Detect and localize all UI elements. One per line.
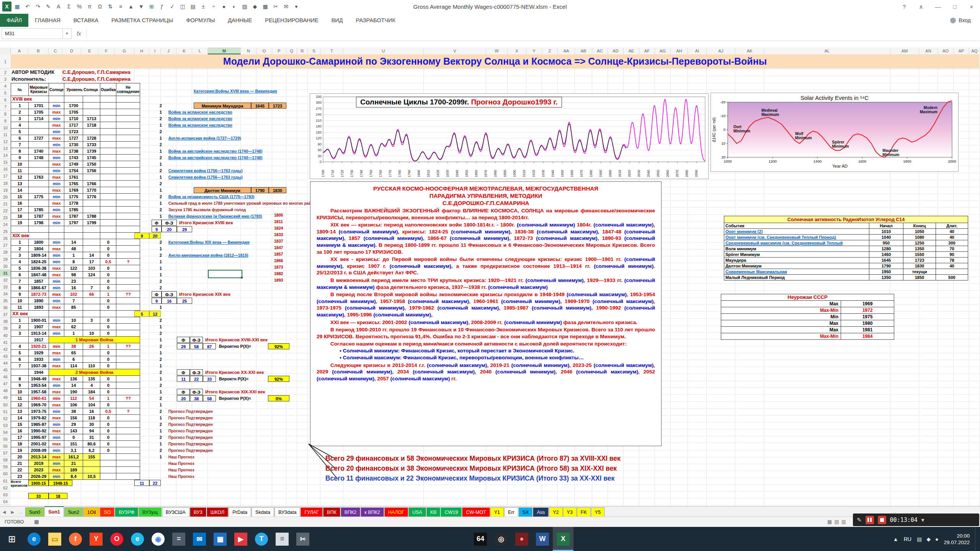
sheet-tab-ВУЗРФ[interactable]: ВУЗРФ bbox=[115, 507, 138, 517]
cell-error[interactable]: 0 bbox=[100, 272, 116, 278]
cell[interactable] bbox=[140, 142, 155, 148]
cell-n[interactable]: 9 bbox=[11, 291, 29, 298]
cell[interactable] bbox=[49, 311, 64, 317]
cell-level2[interactable] bbox=[83, 207, 100, 213]
cell-year[interactable]: 1985-87 bbox=[29, 421, 49, 428]
cell[interactable] bbox=[140, 155, 155, 161]
cell-level2[interactable]: 26 bbox=[83, 343, 100, 350]
header-mismatch[interactable]: Не совпадение bbox=[116, 83, 140, 96]
cell-flag[interactable]: 2 bbox=[155, 447, 167, 454]
row-header-34[interactable]: 34 bbox=[0, 290, 11, 297]
row-header-52[interactable]: 52 bbox=[0, 415, 11, 422]
ribbon-tab-ВИД[interactable]: ВИД bbox=[325, 14, 350, 27]
cell-flag[interactable]: 1 bbox=[155, 402, 167, 408]
ribbon-tab-ВСТАВКА[interactable]: ВСТАВКА bbox=[67, 14, 105, 27]
cell-sun[interactable]: max bbox=[49, 187, 64, 194]
cell-level2[interactable] bbox=[83, 200, 100, 207]
header-n[interactable]: № bbox=[11, 83, 29, 96]
cell-level2[interactable] bbox=[83, 129, 100, 135]
taskbar-icon-edge[interactable]: e bbox=[24, 527, 44, 551]
cell-sun[interactable]: max bbox=[49, 376, 64, 382]
cell[interactable] bbox=[155, 96, 167, 103]
cell-sun[interactable]: min bbox=[49, 259, 64, 265]
cell[interactable] bbox=[49, 96, 64, 103]
cell-level2[interactable]: 1745 bbox=[83, 155, 100, 161]
cell-level2[interactable]: 16 bbox=[83, 408, 100, 415]
cell-note[interactable] bbox=[167, 304, 321, 311]
cell-mismatch[interactable] bbox=[116, 363, 140, 369]
cell-n[interactable]: 3 bbox=[11, 116, 29, 122]
row-header-59[interactable]: 59 bbox=[0, 463, 11, 470]
cell-error[interactable]: 0 bbox=[100, 382, 116, 389]
cell-error[interactable]: 0 bbox=[100, 239, 116, 246]
sheet-tab-PrData[interactable]: PrData bbox=[229, 507, 251, 517]
cell-level1[interactable]: 1797 bbox=[64, 220, 83, 226]
cell-sun[interactable]: max bbox=[49, 272, 64, 278]
cell-year[interactable]: 1800 bbox=[29, 239, 49, 246]
row-header-51[interactable]: 51 bbox=[0, 408, 11, 415]
cell-level2[interactable]: 1728 bbox=[83, 135, 100, 142]
cell-sun[interactable]: max bbox=[49, 415, 64, 421]
cell-mismatch[interactable] bbox=[116, 460, 140, 467]
cell-note[interactable] bbox=[167, 161, 321, 168]
war-label[interactable]: 1 Мировая Война bbox=[49, 337, 140, 343]
cell-level1[interactable]: 1778 bbox=[64, 200, 83, 207]
cell-n[interactable]: 21 bbox=[11, 460, 29, 467]
cell-sun[interactable]: max bbox=[49, 363, 64, 369]
column-header-G[interactable]: G bbox=[114, 47, 134, 54]
cell-error[interactable]: 1 bbox=[100, 343, 116, 350]
row-header-22[interactable]: 22 bbox=[0, 207, 11, 214]
cell-note[interactable]: Семилетняя война (1756—1763 годы) bbox=[167, 168, 321, 174]
cell-flag[interactable]: 2 bbox=[155, 343, 167, 350]
cell-n[interactable]: 11 bbox=[11, 168, 29, 174]
cell-level2[interactable]: 4 bbox=[83, 382, 100, 389]
cell-mismatch[interactable] bbox=[116, 135, 140, 142]
cell-n[interactable]: 9 bbox=[11, 155, 29, 161]
cell-year[interactable]: 1824-25 bbox=[29, 259, 49, 265]
cell-mismatch[interactable] bbox=[116, 272, 140, 278]
cell-sun[interactable]: max bbox=[49, 135, 64, 142]
cell-mismatch[interactable] bbox=[116, 116, 140, 122]
tray-up-arrow-icon[interactable]: ▲ bbox=[893, 536, 898, 542]
cell-flag[interactable]: 2 bbox=[155, 155, 167, 161]
cell-mismatch[interactable] bbox=[116, 428, 140, 434]
cell-level1[interactable]: 65 bbox=[64, 350, 83, 356]
row-header-1[interactable]: 1 bbox=[0, 54, 11, 69]
row-header-28[interactable]: 28 bbox=[0, 249, 11, 256]
formula-input[interactable] bbox=[86, 29, 977, 39]
cell-year[interactable]: 1787 bbox=[29, 213, 49, 220]
cell-note[interactable]: Наш Прогноз bbox=[167, 454, 321, 460]
cell-note[interactable]: Война за австрийское наследство (1740—17… bbox=[167, 155, 321, 161]
sheet-tab-Skdata[interactable]: Skdata bbox=[252, 507, 274, 517]
cell-sun[interactable]: min bbox=[49, 395, 64, 402]
cell[interactable] bbox=[140, 324, 155, 330]
cell-error[interactable] bbox=[100, 194, 116, 200]
cell-flag[interactable]: 2 bbox=[155, 142, 167, 148]
row-header-27[interactable]: 27 bbox=[0, 242, 11, 249]
cell-n[interactable]: 8 bbox=[11, 148, 29, 155]
cell-year[interactable]: 1847-48 bbox=[29, 272, 49, 278]
cell-n[interactable]: 20 bbox=[11, 454, 29, 460]
cell[interactable] bbox=[140, 187, 155, 194]
cell-sun[interactable]: min bbox=[49, 220, 64, 226]
cell-mismatch[interactable]: ?? bbox=[116, 343, 140, 350]
column-header-V[interactable]: V bbox=[424, 47, 486, 54]
cell-year[interactable]: 1969-70 bbox=[29, 402, 49, 408]
cell-level1[interactable]: 1730 bbox=[64, 142, 83, 148]
sheet-tab-Y3[interactable]: Y3 bbox=[563, 507, 577, 517]
cell-flag[interactable]: 1 bbox=[155, 337, 167, 343]
ribbon-tab-РАЗРАБОТЧИК[interactable]: РАЗРАБОТЧИК bbox=[350, 14, 402, 27]
cell-level1[interactable]: 38 bbox=[64, 408, 83, 415]
cell[interactable] bbox=[83, 226, 100, 233]
cell[interactable] bbox=[140, 239, 155, 246]
cell-level2[interactable]: 3 bbox=[83, 317, 100, 324]
cell-flag[interactable]: 1 bbox=[155, 109, 167, 116]
cell-note[interactable]: Великая французская (и Парижский мир (17… bbox=[167, 213, 321, 220]
cell-year[interactable]: 1995-97 bbox=[29, 434, 49, 441]
taskbar-icon-calculator[interactable]: = bbox=[168, 527, 189, 551]
taskbar-icon-64-app[interactable]: 64 bbox=[470, 527, 491, 551]
cell-n[interactable]: 6 bbox=[11, 272, 29, 278]
sheet-tab-Y2[interactable]: Y2 bbox=[549, 507, 562, 517]
cell[interactable] bbox=[140, 369, 155, 376]
cell-mismatch[interactable] bbox=[116, 246, 140, 252]
